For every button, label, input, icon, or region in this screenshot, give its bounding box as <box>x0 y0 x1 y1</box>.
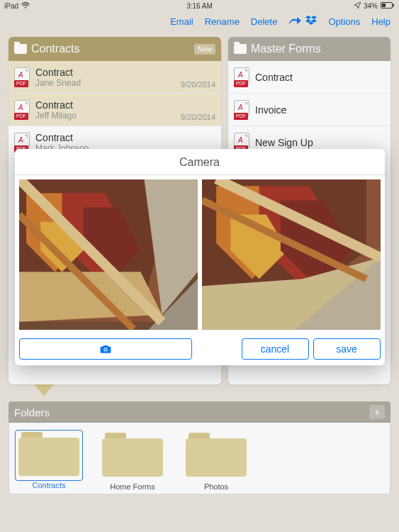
status-bar: iPad 3:16 AM 34% <box>0 0 399 11</box>
new-badge[interactable]: New <box>194 44 215 55</box>
folder-icon <box>186 433 247 477</box>
camera-icon <box>99 344 112 354</box>
photo-preview-right[interactable] <box>202 179 381 330</box>
folders-title: Folders <box>14 406 50 419</box>
row-title: New Sign Up <box>255 137 385 148</box>
dropbox-icon[interactable] <box>305 16 317 28</box>
svg-rect-3 <box>382 4 386 7</box>
cancel-button[interactable]: cancel <box>242 338 309 360</box>
share-icon[interactable] <box>288 16 301 28</box>
row-title: Contract <box>35 132 215 143</box>
folder-icon <box>14 44 27 54</box>
folder-label: Contracts <box>15 481 83 489</box>
status-time: 3:16 AM <box>186 2 213 10</box>
folder-icon <box>18 432 79 476</box>
camera-modal: Camera <box>15 149 385 365</box>
device-label: iPad <box>4 2 18 10</box>
modal-footer: cancel save <box>15 334 385 365</box>
status-right: 34% <box>354 2 395 10</box>
row-title: Contract <box>255 72 385 83</box>
help-button[interactable]: Help <box>371 16 390 27</box>
pdf-icon: APDF <box>234 67 249 87</box>
photo-preview-left[interactable] <box>19 179 198 330</box>
folder-item-photos[interactable]: Photos <box>182 430 250 491</box>
list-item[interactable]: APDF Contract <box>228 61 390 94</box>
contracts-title: Contracts <box>31 43 79 55</box>
folder-label: Home Forms <box>99 482 167 491</box>
add-folder-button[interactable]: + <box>369 405 385 419</box>
folder-icon <box>102 433 163 477</box>
contracts-header[interactable]: Contracts New <box>9 37 221 61</box>
folders-header: Folders + <box>9 401 390 423</box>
battery-icon <box>381 2 395 10</box>
options-button[interactable]: Options <box>328 16 360 27</box>
save-button[interactable]: save <box>313 338 381 360</box>
wifi-icon <box>21 2 30 10</box>
master-title: Master Forms <box>251 43 321 55</box>
modal-title: Camera <box>15 149 385 175</box>
delete-button[interactable]: Delete <box>251 16 278 27</box>
list-item[interactable]: APDF Invoice <box>228 94 390 126</box>
svg-point-0 <box>25 6 26 8</box>
folder-label: Photos <box>182 482 250 491</box>
row-title: Contract <box>35 99 215 111</box>
modal-body <box>15 175 385 334</box>
row-date: 9/20/2014 <box>181 113 215 121</box>
row-title: Invoice <box>255 104 385 116</box>
list-item[interactable]: APDF Contract Jeff Milago 9/20/2014 <box>9 94 221 126</box>
folders-body: Contracts Home Forms Photos <box>9 423 390 494</box>
pdf-icon: APDF <box>14 67 30 87</box>
pdf-icon: APDF <box>234 100 249 120</box>
location-icon <box>354 2 361 10</box>
rename-button[interactable]: Rename <box>205 16 240 27</box>
camera-button[interactable] <box>19 338 192 360</box>
arrow-down-icon <box>34 384 54 396</box>
svg-point-28 <box>104 348 106 350</box>
row-date: 9/20/2014 <box>181 80 215 89</box>
folder-item-home-forms[interactable]: Home Forms <box>99 430 167 491</box>
toolbar: Email Rename Delete Options Help <box>0 11 399 31</box>
status-left: iPad <box>4 2 30 10</box>
folder-icon <box>234 44 247 54</box>
svg-rect-2 <box>393 4 395 6</box>
pdf-icon: APDF <box>14 100 30 120</box>
folders-panel: Folders + Contracts Home Forms Photos <box>9 401 390 494</box>
folder-item-contracts[interactable]: Contracts <box>15 430 83 491</box>
master-forms-header[interactable]: Master Forms <box>228 37 390 61</box>
row-title: Contract <box>35 67 215 78</box>
email-button[interactable]: Email <box>170 16 193 27</box>
battery-pct: 34% <box>364 2 378 10</box>
list-item[interactable]: APDF Contract Jane Snead 9/20/2014 <box>9 61 221 94</box>
